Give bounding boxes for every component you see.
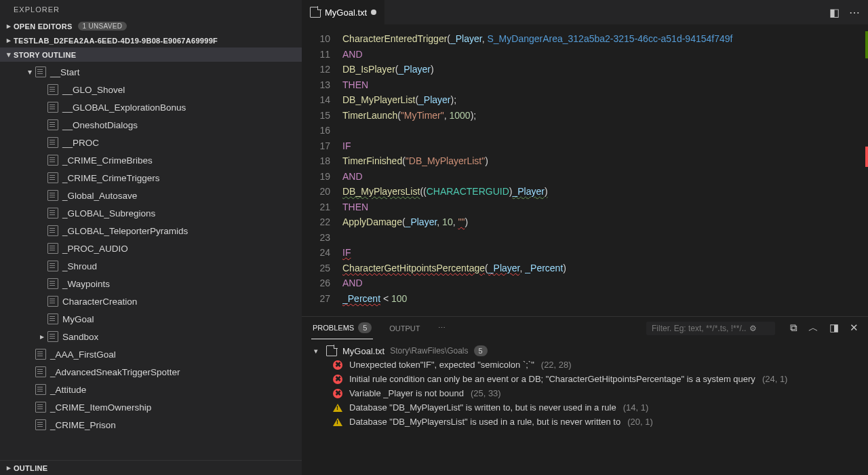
problems-list: ▾ MyGoal.txt Story\RawFiles\Goals 5 ✖Une… <box>302 340 868 475</box>
tree-item-label: _CRIME_ItemOwnership <box>50 402 151 413</box>
problems-count: 5 <box>358 322 372 333</box>
problem-message: Initial rule condition can only be an ev… <box>349 374 755 384</box>
goal-file-icon <box>35 384 46 395</box>
explorer-title: EXPLORER <box>0 0 302 19</box>
tab-problems[interactable]: PROBLEMS 5 <box>311 317 373 339</box>
tree-item-label: _Attitude <box>50 385 86 395</box>
goal-file-icon <box>47 243 58 254</box>
tab-mygoal[interactable]: MyGoal.txt <box>302 0 384 24</box>
goal-file-icon <box>35 366 46 377</box>
tree-item[interactable]: _CRIME_CrimeTriggers <box>0 169 302 187</box>
unsaved-badge: 1 UNSAVED <box>78 22 127 31</box>
project-section[interactable]: ▸ TESTLAB_D2FEA2AA-6EED-4D19-9B08-E9067A… <box>0 33 302 48</box>
goal-file-icon <box>47 190 58 201</box>
tree-item-label: _GLOBAL_TeleporterPyramids <box>62 226 188 236</box>
goal-file-icon <box>35 419 46 430</box>
tree-item[interactable]: _AAA_FirstGoal <box>0 345 302 363</box>
tree-item-label: _PROC_AUDIO <box>62 244 128 254</box>
problem-location: (20, 1) <box>627 417 653 427</box>
tab-more[interactable]: ⋯ <box>437 317 447 339</box>
tab-actions: ◧ ⋯ <box>829 0 868 24</box>
problem-item[interactable]: ✖Initial rule condition can only be an e… <box>302 372 868 386</box>
tree-item-label: _Global_Autosave <box>62 191 137 201</box>
filter-input[interactable] <box>652 324 747 333</box>
problem-item[interactable]: Database "DB_MyPlayersList" is used in a… <box>302 415 868 429</box>
story-outline-section[interactable]: ▾ STORY OUTLINE <box>0 48 302 62</box>
gear-icon[interactable]: ⚙ <box>749 324 757 333</box>
warning-icon <box>333 418 342 426</box>
tree-item-label: _AAA_FirstGoal <box>50 349 116 360</box>
tree-item[interactable]: _CRIME_ItemOwnership <box>0 398 302 416</box>
overview-ruler <box>859 24 868 316</box>
tree-item[interactable]: _Shroud <box>0 257 302 275</box>
tree-item[interactable]: _Attitude <box>0 381 302 398</box>
goal-file-icon <box>47 314 58 324</box>
problem-message: Variable _Player is not bound <box>349 388 464 398</box>
tree-item-label: __Start <box>50 67 80 77</box>
collapse-all-icon[interactable]: ⧉ <box>790 322 797 335</box>
outline-section[interactable]: ▸ OUTLINE <box>0 460 302 475</box>
editor-area: MyGoal.txt ◧ ⋯ 1011121314151617181920212… <box>302 0 868 475</box>
editor-content[interactable]: CharacterEnteredTrigger(_Player, S_MyDan… <box>342 24 868 316</box>
tab-output[interactable]: OUTPUT <box>388 317 421 339</box>
chevron-down-icon: ▾ <box>311 347 321 356</box>
tree-item[interactable]: CharacterCreation <box>0 292 302 310</box>
error-icon: ✖ <box>333 389 342 398</box>
code-editor[interactable]: 101112131415161718192021222324252627 Cha… <box>302 24 868 316</box>
tree-item[interactable]: MyGoal <box>0 310 302 328</box>
tree-item[interactable]: __PROC <box>0 134 302 151</box>
problems-file-header[interactable]: ▾ MyGoal.txt Story\RawFiles\Goals 5 <box>302 344 868 358</box>
file-icon <box>310 7 321 18</box>
problems-filter[interactable]: ⚙ <box>646 322 775 335</box>
tree-item[interactable]: _Global_Autosave <box>0 187 302 204</box>
goal-file-icon <box>47 278 58 289</box>
goal-file-icon <box>47 225 58 236</box>
goal-file-icon <box>35 349 46 360</box>
goal-file-icon <box>47 102 58 113</box>
split-editor-icon[interactable]: ◧ <box>829 6 840 19</box>
chevron-up-icon[interactable]: ︿ <box>808 322 818 335</box>
goal-file-icon <box>47 137 58 148</box>
problem-location: (14, 1) <box>623 402 649 413</box>
goal-file-icon <box>35 66 46 77</box>
tree-item[interactable]: _CRIME_Prison <box>0 416 302 434</box>
tree-item[interactable]: ▾__Start <box>0 63 302 81</box>
tree-item[interactable]: _GLOBAL_Subregions <box>0 204 302 222</box>
explorer-sidebar: EXPLORER ▸ OPEN EDITORS 1 UNSAVED ▸ TEST… <box>0 0 302 475</box>
tree-item[interactable]: ▸Sandbox <box>0 328 302 345</box>
tree-item[interactable]: _CRIME_CrimeBribes <box>0 151 302 169</box>
chevron-right-icon: ▸ <box>4 36 14 45</box>
goal-file-icon <box>47 172 58 183</box>
open-editors-section[interactable]: ▸ OPEN EDITORS 1 UNSAVED <box>0 19 302 33</box>
goal-file-icon <box>47 296 58 307</box>
tree-item[interactable]: _PROC_AUDIO <box>0 240 302 257</box>
tree-item-label: CharacterCreation <box>62 297 137 307</box>
tree-item[interactable]: __OneshotDialogs <box>0 116 302 134</box>
tree-item[interactable]: _Waypoints <box>0 275 302 292</box>
bottom-panel: PROBLEMS 5 OUTPUT ⋯ ⚙ ⧉ ︿ ◨ ✕ ▾ <box>302 316 868 475</box>
tree-item-label: _CRIME_CrimeBribes <box>62 155 153 166</box>
problem-message: Database "DB_MyPlayerList" is written to… <box>349 402 616 413</box>
tree-item[interactable]: _AdvancedSneakTriggerSpotter <box>0 363 302 381</box>
problems-file-count: 5 <box>474 345 488 356</box>
output-label: OUTPUT <box>389 324 420 332</box>
tree-item[interactable]: __GLO_Shovel <box>0 81 302 98</box>
problem-message: Database "DB_MyPlayersList" is used in a… <box>349 417 620 427</box>
chevron-down-icon: ▾ <box>24 67 35 77</box>
more-actions-icon[interactable]: ⋯ <box>849 6 860 19</box>
problems-filepath: Story\RawFiles\Goals <box>390 346 468 356</box>
chevron-right-icon: ▸ <box>4 22 14 31</box>
more-icon: ⋯ <box>438 324 446 332</box>
chevron-down-icon: ▾ <box>4 50 14 59</box>
tree-item[interactable]: _GLOBAL_TeleporterPyramids <box>0 222 302 240</box>
panel-tabs: PROBLEMS 5 OUTPUT ⋯ ⚙ ⧉ ︿ ◨ ✕ <box>302 317 868 340</box>
tree-item[interactable]: __GLOBAL_ExplorationBonus <box>0 98 302 116</box>
close-panel-icon[interactable]: ✕ <box>850 322 859 335</box>
tree-item-label: _CRIME_CrimeTriggers <box>62 173 160 183</box>
problem-item[interactable]: ✖Unexpected token"IF", expected "semicol… <box>302 358 868 372</box>
toggle-layout-icon[interactable]: ◨ <box>829 322 839 335</box>
problem-item[interactable]: ✖Variable _Player is not bound(25, 33) <box>302 386 868 400</box>
outline-label: OUTLINE <box>14 464 47 472</box>
open-editors-label: OPEN EDITORS <box>14 22 73 31</box>
problem-item[interactable]: Database "DB_MyPlayerList" is written to… <box>302 400 868 415</box>
